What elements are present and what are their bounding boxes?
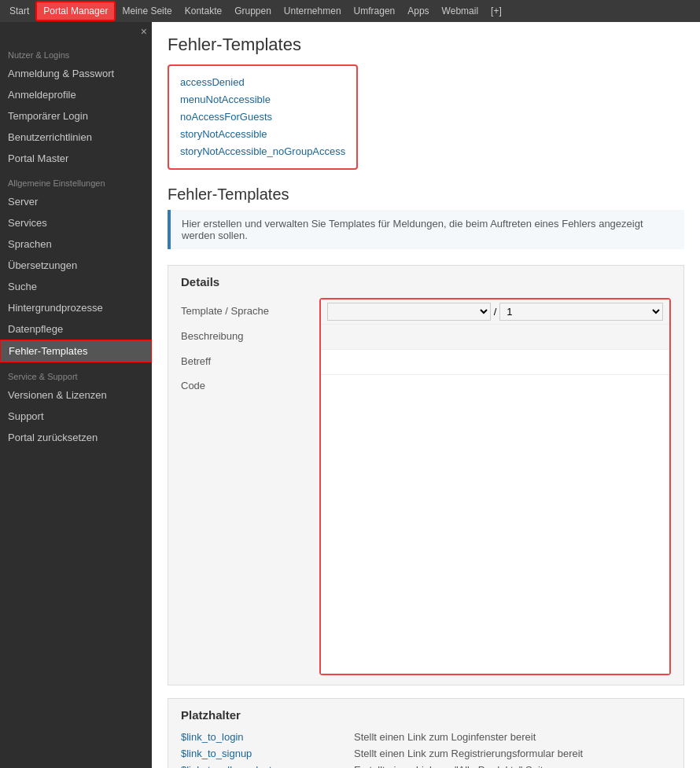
label-template-sprache: Template / Sprache [181, 298, 307, 323]
nav-portal-manager[interactable]: Portal Manager [35, 1, 116, 21]
details-labels: Template / Sprache Beschreibung Betreff … [181, 298, 307, 675]
main-content: Fehler-Templates accessDenied menuNotAcc… [152, 22, 700, 768]
platz-key-0: $link_to_login [181, 731, 354, 743]
code-textarea[interactable] [327, 378, 663, 671]
platzhalter-row-2: $link_to_all_products Erstellt einen Lin… [181, 764, 671, 768]
beschreibung-row [321, 325, 669, 350]
nav-unternehmen[interactable]: Unternehmen [278, 2, 348, 20]
sidebar-item-versionen-lizenzen[interactable]: Versionen & Lizenzen [0, 384, 152, 406]
template-link-story-not-accessible-no-group[interactable]: storyNotAccessible_noGroupAccess [180, 143, 345, 160]
betreff-row [321, 350, 669, 375]
sidebar-item-anmeldeprofile[interactable]: Anmeldeprofile [0, 84, 152, 105]
template-link-story-not-accessible[interactable]: storyNotAccessible [180, 126, 345, 143]
platzhalter-title: Platzhalter [181, 708, 671, 722]
top-navigation: Start Portal Manager Meine Seite Kontakt… [0, 0, 700, 22]
sidebar-item-services[interactable]: Services [0, 212, 152, 233]
details-section: Details Template / Sprache Beschreibung … [168, 265, 684, 685]
platz-val-2: Erstellt einen Link zur "Alle Produkte" … [354, 764, 549, 768]
template-sprache-row: / 1 [321, 299, 669, 325]
platz-key-1: $link_to_signup [181, 748, 354, 759]
sidebar-item-uebersetzungen[interactable]: Übersetzungen [0, 255, 152, 276]
platzhalter-section: Platzhalter $link_to_login Stellt einen … [168, 698, 684, 768]
nav-plus[interactable]: [+] [484, 2, 508, 20]
nav-gruppen[interactable]: Gruppen [228, 2, 278, 20]
sidebar-item-hintergrundprozesse[interactable]: Hintergrundprozesse [0, 297, 152, 318]
sidebar-section-service: Service & Support [0, 362, 152, 384]
platz-val-0: Stellt einen Link zum Loginfenster berei… [354, 731, 536, 743]
template-link-list: accessDenied menuNotAccessible noAccessF… [168, 64, 358, 170]
platzhalter-row-0: $link_to_login Stellt einen Link zum Log… [181, 731, 671, 743]
label-betreff: Betreff [181, 348, 307, 373]
betreff-input[interactable] [327, 355, 663, 369]
info-text: Hier erstellen und verwalten Sie Templat… [182, 218, 643, 241]
section-title-fehler-templates: Fehler-Templates [168, 186, 684, 204]
code-row [321, 375, 669, 674]
input-area-box: / 1 [319, 298, 671, 675]
nav-apps[interactable]: Apps [401, 2, 435, 20]
platzhalter-row-1: $link_to_signup Stellt einen Link zum Re… [181, 748, 671, 759]
sidebar-item-portal-master[interactable]: Portal Master [0, 148, 152, 169]
sidebar: × Nutzer & Logins Anmeldung & Passwort A… [0, 22, 152, 768]
sidebar-item-fehler-templates[interactable]: Fehler-Templates [0, 340, 152, 362]
info-box: Hier erstellen und verwalten Sie Templat… [168, 210, 684, 249]
sidebar-item-datenpflege[interactable]: Datenpflege [0, 318, 152, 340]
details-inputs: / 1 [319, 298, 671, 675]
nav-meine-seite[interactable]: Meine Seite [116, 2, 178, 20]
label-code: Code [181, 373, 307, 672]
nav-start[interactable]: Start [3, 2, 35, 20]
page-title: Fehler-Templates [168, 35, 684, 55]
sidebar-item-sprachen[interactable]: Sprachen [0, 233, 152, 255]
sidebar-item-suche[interactable]: Suche [0, 276, 152, 297]
template-link-menu-not-accessible[interactable]: menuNotAccessible [180, 91, 345, 108]
sidebar-section-allgemeine: Allgemeine Einstellungen [0, 169, 152, 191]
nav-kontakte[interactable]: Kontakte [179, 2, 228, 20]
nav-umfragen[interactable]: Umfragen [348, 2, 402, 20]
sidebar-item-portal-zuruecksetzen[interactable]: Portal zurücksetzen [0, 427, 152, 448]
platz-val-1: Stellt einen Link zum Registrierungsform… [354, 748, 583, 759]
sidebar-item-support[interactable]: Support [0, 406, 152, 427]
sidebar-close-button[interactable]: × [0, 22, 152, 41]
sidebar-item-benutzerrichtlinien[interactable]: Benutzerrichtlinien [0, 127, 152, 148]
details-title: Details [181, 275, 671, 288]
platz-key-2: $link_to_all_products [181, 764, 354, 768]
template-link-no-access-for-guests[interactable]: noAccessForGuests [180, 108, 345, 126]
details-grid: Template / Sprache Beschreibung Betreff … [181, 298, 671, 675]
template-select[interactable] [327, 303, 491, 321]
sidebar-section-nutzer: Nutzer & Logins [0, 41, 152, 63]
sidebar-item-temporaerer-login[interactable]: Temporärer Login [0, 105, 152, 127]
beschreibung-input[interactable] [327, 329, 663, 344]
nav-webmail[interactable]: Webmail [436, 2, 484, 20]
slash-separator: / [494, 306, 497, 318]
label-beschreibung: Beschreibung [181, 323, 307, 348]
language-select[interactable]: 1 [499, 303, 663, 321]
sidebar-item-anmeldung-passwort[interactable]: Anmeldung & Passwort [0, 63, 152, 84]
template-link-access-denied[interactable]: accessDenied [180, 74, 345, 91]
sidebar-item-server[interactable]: Server [0, 191, 152, 212]
